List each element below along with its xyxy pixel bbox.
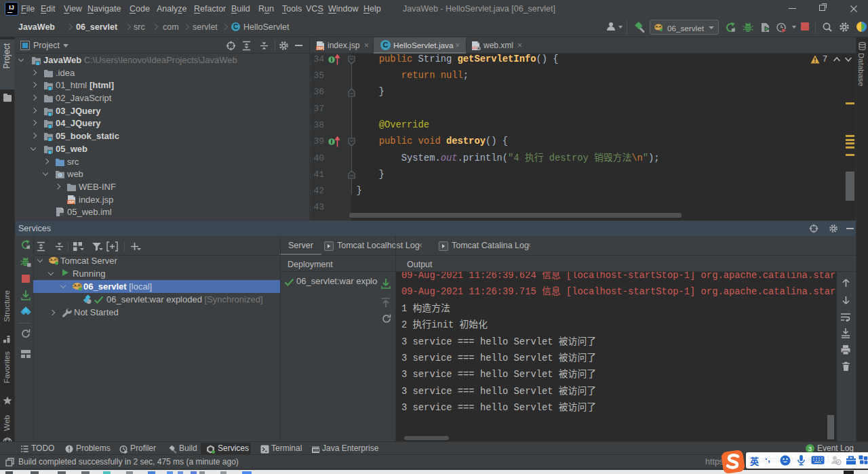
- svg-text:JSP: JSP: [68, 199, 75, 203]
- svg-text:JSP: JSP: [317, 46, 323, 50]
